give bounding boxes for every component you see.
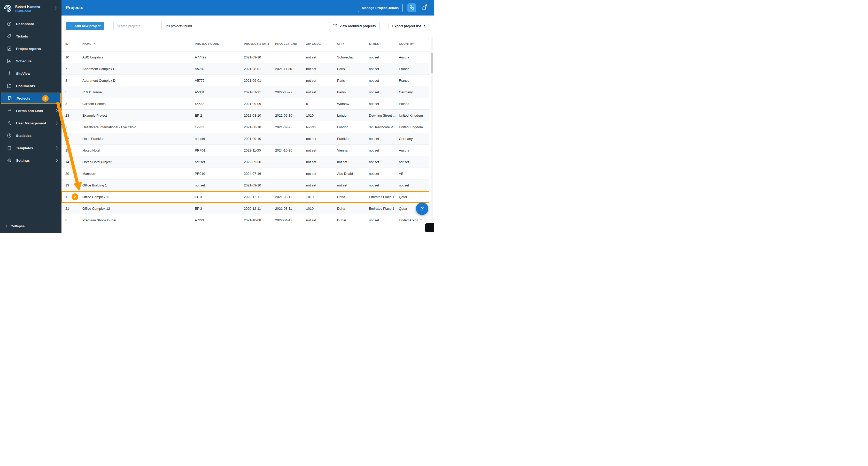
export-project-list-button[interactable]: Export project list ▼	[389, 22, 429, 30]
table-row[interactable]: 7Apartment Complex CA57822021-08-012021-…	[61, 63, 429, 75]
table-row[interactable]: 12Hotel Frankfurtnot set2021-09-10not se…	[61, 133, 429, 145]
collapse-sidebar-button[interactable]: Collapse	[0, 219, 61, 233]
cell-country: not set	[399, 183, 429, 187]
cell-project-code: not set	[195, 160, 244, 164]
cell-project-code: EP 3	[195, 195, 244, 199]
column-header-label: CITY	[337, 42, 344, 45]
view-archived-projects-label: View archived projects	[339, 24, 376, 28]
cell-street: not set	[369, 55, 399, 59]
cell-city: Paris	[337, 67, 369, 71]
sidebar-item-tickets[interactable]: Tickets	[0, 30, 61, 42]
table-row[interactable]: 15Hotep HotelPRP012022-11-302024-10-30no…	[61, 145, 429, 156]
sidebar: Robert Hammer PlanRadar DashboardTickets…	[0, 0, 61, 233]
cell-zip-code: not set	[306, 137, 337, 141]
sort-asc-icon	[93, 43, 96, 45]
column-header-city[interactable]: CITY	[337, 42, 369, 45]
archive-icon	[333, 24, 337, 28]
cell-project-code: EP 2	[195, 114, 244, 117]
sidebar-item-dashboard[interactable]: Dashboard	[0, 18, 61, 30]
notifications-button[interactable]	[421, 4, 428, 11]
sidebar-item-statistics[interactable]: Statistics	[0, 129, 61, 142]
user-account-menu[interactable]: Robert Hammer PlanRadar	[0, 0, 61, 17]
search-projects-input[interactable]	[114, 22, 162, 30]
cell-id: 10	[65, 55, 83, 59]
corner-widget[interactable]	[425, 223, 434, 232]
sidebar-item-user-management[interactable]: User Management	[0, 117, 61, 129]
sidebar-item-templates[interactable]: Templates	[0, 142, 61, 154]
tickets-icon	[7, 34, 12, 39]
sidebar-item-projects[interactable]: Projects1	[1, 93, 61, 104]
sidebar-item-settings[interactable]: Settings	[0, 154, 61, 167]
cell-name: ABC Logistics	[83, 55, 195, 59]
cell-project-code: A5772	[195, 79, 244, 83]
add-new-project-button[interactable]: + Add new project	[66, 22, 104, 30]
cell-street: not set	[369, 102, 399, 106]
table-row[interactable]: 20MansionPR0102024-07-16not setAbu Dhabi…	[61, 168, 429, 179]
cell-id: 23	[65, 114, 83, 117]
table-row[interactable]: 10ABC LogisticsA774922021-09-10not setSc…	[61, 52, 429, 63]
table-row[interactable]: 1Office Complex 11EP 32020-12-112021-03-…	[61, 191, 429, 203]
column-header-id[interactable]: ID	[65, 42, 83, 45]
cell-project-code: 12932	[195, 125, 244, 129]
column-settings-icon[interactable]	[427, 37, 431, 42]
table-row[interactable]: 6Premium Shops DubaiA72212021-10-082022-…	[61, 214, 429, 226]
cell-zip-code: not set	[306, 183, 337, 187]
cell-project-start: 2021-10-08	[244, 218, 275, 222]
cell-city: Paris	[337, 79, 369, 83]
column-header-label: PROJECT START	[244, 42, 270, 45]
table-row[interactable]: 14Hotep Hotel Projectnot set2022-09-30no…	[61, 156, 429, 168]
vertical-scrollbar-thumb[interactable]	[431, 53, 433, 74]
column-header-street[interactable]: STREET	[369, 42, 399, 45]
table-row[interactable]: 23Example ProjectEP 22022-03-102022-06-1…	[61, 110, 429, 121]
sidebar-item-project-reports[interactable]: Project reports	[0, 42, 61, 55]
cell-id: 3	[65, 102, 83, 106]
settings-icon	[7, 158, 12, 163]
export-project-list-label: Export project list	[393, 24, 421, 28]
cell-zip-code: not set	[306, 160, 337, 164]
table-row[interactable]: 8Apartment Complex DA57722021-09-01not s…	[61, 75, 429, 86]
manage-project-details-button[interactable]: Manage Project Details	[358, 4, 403, 12]
column-header-zip-code[interactable]: ZIP CODE	[306, 42, 337, 45]
table-row[interactable]: 21Office Complex 12EP 32020-12-112021-03…	[61, 203, 429, 214]
cell-street: not set	[369, 218, 399, 222]
cell-country: Austria	[399, 55, 429, 59]
table-row[interactable]: 5C & D TunnelA53312021-01-312022-05-27no…	[61, 86, 429, 98]
sidebar-item-label: Settings	[16, 158, 30, 163]
cell-project-end: 2021-03-11	[275, 195, 306, 199]
sidebar-item-forms-and-lists[interactable]: Forms and Lists	[0, 105, 61, 117]
cell-street: not set	[369, 172, 399, 176]
cell-project-start: 2020-12-11	[244, 207, 275, 210]
help-button[interactable]: ?	[416, 203, 428, 215]
table-row[interactable]: 3Custom Homes455322021-09-090Warsawnot s…	[61, 98, 429, 110]
cell-project-start: 2022-09-30	[244, 160, 275, 164]
column-header-name[interactable]: NAME	[83, 42, 195, 45]
cell-street: not set	[369, 160, 399, 164]
cell-project-end: 2022-06-10	[275, 114, 306, 117]
sidebar-item-siteview[interactable]: SiteView	[0, 67, 61, 80]
cell-zip-code: 1010	[306, 114, 337, 117]
cell-project-start: 2021-09-01	[244, 79, 275, 83]
cell-street: not set	[369, 90, 399, 94]
users-icon	[7, 120, 12, 126]
cell-project-code: not set	[195, 137, 244, 141]
sidebar-item-schedule[interactable]: Schedule	[0, 55, 61, 67]
cell-id: 8	[65, 79, 83, 83]
documents-icon	[7, 83, 12, 88]
column-header-project-end[interactable]: PROJECT END	[275, 42, 306, 45]
sidebar-item-documents[interactable]: Documents	[0, 80, 61, 92]
cell-country: United Arab Em...	[399, 218, 429, 222]
cell-project-start: 2021-09-10	[244, 183, 275, 187]
cell-project-end: 2024-10-30	[275, 148, 306, 152]
siteview-icon	[7, 71, 12, 76]
marketplace-button[interactable]	[407, 3, 416, 12]
cell-id: 20	[65, 172, 83, 176]
column-header-label: PROJECT CODE	[195, 42, 219, 45]
column-header-country[interactable]: COUNTRY	[399, 42, 429, 45]
chevron-right-icon	[55, 6, 57, 11]
table-row[interactable]: 13Office Building 1not set2021-09-10not …	[61, 179, 429, 191]
column-header-project-code[interactable]: PROJECT CODE	[195, 42, 244, 45]
column-header-project-start[interactable]: PROJECT START	[244, 42, 275, 45]
table-row[interactable]: 2Healthcare International - Eye Clinic12…	[61, 121, 429, 133]
view-archived-projects-button[interactable]: View archived projects	[329, 22, 380, 30]
connected-apps-icon	[409, 5, 414, 11]
